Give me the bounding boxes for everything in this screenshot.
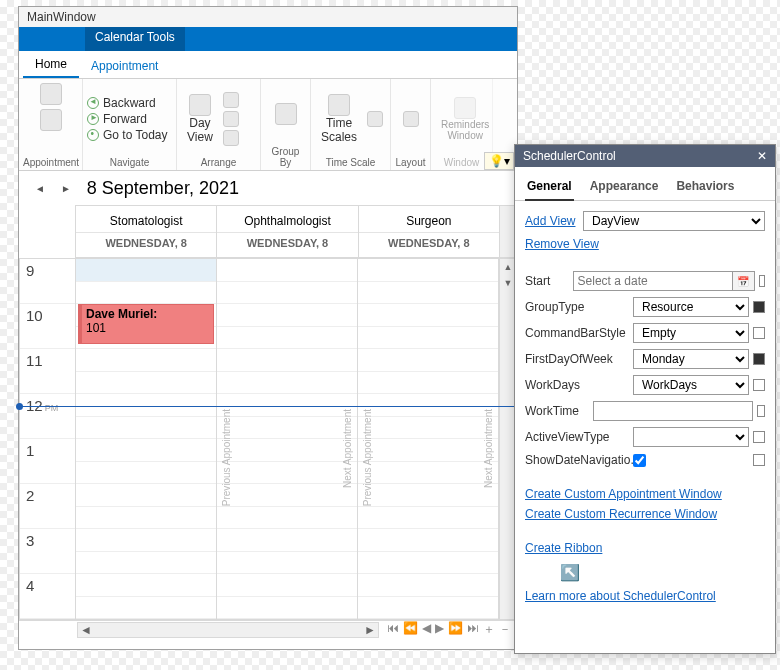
group-window: Window	[435, 155, 488, 170]
lightbulb-icon[interactable]: 💡▾	[484, 152, 514, 170]
group-timescale: Time Scale	[315, 155, 386, 170]
remove-view-link[interactable]: Remove View	[525, 237, 599, 251]
label-workdays: WorkDays	[525, 378, 633, 392]
group-appointment: Appointment	[23, 155, 78, 170]
day-column-0[interactable]: Dave Muriel:101	[75, 258, 216, 620]
label-grouptype: GroupType	[525, 300, 633, 314]
timescale-opt[interactable]	[367, 111, 383, 127]
nav-next-icon[interactable]: ▶	[435, 621, 444, 638]
day-column-1[interactable]: Previous Appointment Next Appointment	[216, 258, 357, 620]
marker[interactable]	[753, 379, 765, 391]
marker[interactable]	[753, 301, 765, 313]
tab-home[interactable]: Home	[23, 51, 79, 78]
label-worktime: WorkTime	[525, 404, 593, 418]
nav-plus-icon[interactable]: ＋	[483, 621, 495, 638]
worktime-input[interactable]	[593, 401, 753, 421]
scheduler: ◄ ► 8 September, 2021 StomatologistWEDNE…	[19, 171, 517, 649]
reminders-button[interactable]: Reminders Window	[435, 95, 495, 143]
group-navigate: Navigate	[87, 155, 172, 170]
resource-header-0[interactable]: StomatologistWEDNESDAY, 8	[75, 205, 216, 258]
nav-next-page-icon[interactable]: ⏩	[448, 621, 463, 638]
create-recurrence-window-link[interactable]: Create Custom Recurrence Window	[525, 507, 717, 521]
group-by-button[interactable]	[269, 101, 303, 127]
nav-prev-icon[interactable]: ◀	[422, 621, 431, 638]
label-commandbarstyle: CommandBarStyle	[525, 326, 633, 340]
nav-forward[interactable]: Forward	[87, 112, 168, 126]
label-activeviewtype: ActiveViewType	[525, 430, 633, 444]
date-picker-icon[interactable]: 📅	[733, 271, 755, 291]
marker[interactable]	[753, 353, 765, 365]
marker[interactable]	[753, 327, 765, 339]
ribbon-tabs: Home Appointment	[19, 51, 517, 79]
group-arrange: Arrange	[181, 155, 256, 170]
marker[interactable]	[753, 454, 765, 466]
time-scale: 9 10 11 12PM 1 2 3 4	[19, 258, 75, 620]
day-view-button[interactable]: Day View	[181, 92, 219, 146]
recurrence-icon[interactable]	[40, 109, 62, 131]
workdays-select[interactable]: WorkDays	[633, 375, 749, 395]
next-date-button[interactable]: ►	[61, 183, 71, 194]
resource-navigator[interactable]: ⏮ ⏪ ◀ ▶ ⏩ ⏭ ＋ －	[381, 621, 517, 638]
current-time-indicator	[19, 406, 517, 407]
calendar-icon[interactable]	[40, 83, 62, 105]
prev-appt-nav[interactable]: Previous Appointment	[362, 409, 373, 506]
contextual-tab[interactable]: Calendar Tools	[85, 27, 185, 51]
prev-appt-nav[interactable]: Previous Appointment	[221, 409, 232, 506]
property-panel: SchedulerControl ✕ General Appearance Be…	[514, 144, 776, 654]
arrange-opt2[interactable]	[223, 111, 239, 127]
next-appt-nav[interactable]: Next Appointment	[483, 409, 494, 488]
arrange-opt1[interactable]	[223, 92, 239, 108]
resource-header-1[interactable]: OphthalmologistWEDNESDAY, 8	[216, 205, 357, 258]
arrange-opt3[interactable]	[223, 130, 239, 146]
firstdayofweek-select[interactable]: Monday	[633, 349, 749, 369]
nav-prev-page-icon[interactable]: ⏪	[403, 621, 418, 638]
horizontal-scrollbar[interactable]: ◄►	[77, 622, 379, 638]
current-date: 8 September, 2021	[87, 178, 239, 199]
nav-first-icon[interactable]: ⏮	[387, 621, 399, 638]
marker[interactable]	[759, 275, 765, 287]
add-view-select[interactable]: DayView	[583, 211, 765, 231]
main-window: MainWindow Calendar Tools Home Appointme…	[18, 6, 518, 650]
learn-more-link[interactable]: Learn more about SchedulerControl	[525, 589, 716, 603]
start-date-input[interactable]	[573, 271, 733, 291]
appointment-item[interactable]: Dave Muriel:101	[78, 304, 214, 344]
add-view-link[interactable]: Add View	[525, 214, 583, 228]
nav-last-icon[interactable]: ⏭	[467, 621, 479, 638]
create-ribbon-link[interactable]: Create Ribbon	[525, 541, 602, 555]
panel-title: SchedulerControl	[523, 149, 616, 163]
time-scales-button[interactable]: Time Scales	[315, 92, 363, 146]
showdatenav-checkbox[interactable]	[633, 454, 646, 467]
nav-today[interactable]: Go to Today	[87, 128, 168, 142]
marker[interactable]	[757, 405, 765, 417]
tab-appointment[interactable]: Appointment	[79, 53, 170, 78]
day-column-2[interactable]: Previous Appointment Next Appointment	[357, 258, 499, 620]
nav-minus-icon[interactable]: －	[499, 621, 511, 638]
panel-tab-general[interactable]: General	[525, 173, 574, 201]
next-appt-nav[interactable]: Next Appointment	[342, 409, 353, 488]
window-title: MainWindow	[19, 7, 517, 27]
label-firstdayofweek: FirstDayOfWeek	[525, 352, 633, 366]
ribbon-body: Appointment Backward Forward Go to Today…	[19, 79, 517, 171]
panel-tab-behaviors[interactable]: Behaviors	[674, 173, 736, 200]
prev-date-button[interactable]: ◄	[35, 183, 45, 194]
create-appointment-window-link[interactable]: Create Custom Appointment Window	[525, 487, 722, 501]
resource-header-2[interactable]: SurgeonWEDNESDAY, 8	[358, 205, 499, 258]
layout-opt[interactable]	[403, 111, 419, 127]
label-showdatenav: ShowDateNavigatio...	[525, 453, 633, 467]
marker[interactable]	[753, 431, 765, 443]
ribbon-contextual: Calendar Tools	[19, 27, 517, 51]
close-icon[interactable]: ✕	[757, 149, 767, 163]
nav-backward[interactable]: Backward	[87, 96, 168, 110]
label-start: Start	[525, 274, 573, 288]
group-layout: Layout	[395, 155, 426, 170]
panel-tab-appearance[interactable]: Appearance	[588, 173, 661, 200]
grouptype-select[interactable]: Resource	[633, 297, 749, 317]
commandbarstyle-select[interactable]: Empty	[633, 323, 749, 343]
activeviewtype-select[interactable]	[633, 427, 749, 447]
group-groupby: Group By	[265, 144, 306, 170]
